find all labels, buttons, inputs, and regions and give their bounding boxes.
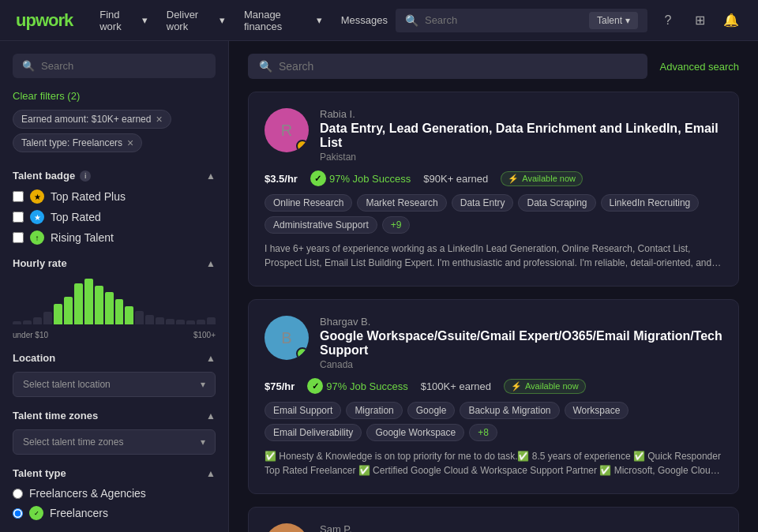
card-header: B Bhargav B. Google Workspace/Gsuite/Gma… (265, 316, 722, 370)
skill-tag[interactable]: Email Deliverability (265, 424, 362, 441)
timezones-chevron-icon: ▾ (201, 436, 205, 448)
timezones-select[interactable]: Select talent time zones ▾ (13, 429, 216, 455)
freelancer-rate: $3.5/hr (265, 173, 298, 185)
help-icon[interactable]: ? (657, 9, 679, 32)
freelancers-agencies-option[interactable]: Freelancers & Agencies (13, 487, 216, 500)
chart-bar-7[interactable] (84, 279, 93, 324)
chart-bar-8[interactable] (95, 286, 103, 324)
chart-bar-5[interactable] (64, 297, 73, 324)
remove-earned-filter[interactable]: × (156, 114, 162, 125)
clear-filters-button[interactable]: Clear filters (2) (13, 90, 80, 102)
chart-bar-14[interactable] (156, 317, 164, 324)
job-success-badge: ✓ 97% Job Success (307, 378, 407, 394)
chart-bar-16[interactable] (176, 320, 185, 324)
nav-find-work[interactable]: Find work ▾ (92, 4, 156, 37)
chart-bar-1[interactable] (23, 320, 32, 324)
rising-talent-option[interactable]: ↑ Rising Talent (13, 230, 216, 245)
skill-tag[interactable]: Online Research (265, 194, 352, 212)
nav-manage-finances[interactable]: Manage finances ▾ (236, 4, 330, 37)
chart-bar-3[interactable] (43, 312, 52, 324)
freelancer-title[interactable]: Data Entry, Lead Generation, Data Enrich… (320, 122, 722, 150)
bell-icon[interactable]: 🔔 (720, 9, 742, 32)
advanced-search-link[interactable]: Advanced search (660, 61, 739, 73)
chart-bar-0[interactable] (13, 321, 21, 324)
talent-badge-header: Talent badge i ▲ (13, 170, 216, 182)
avatar-badge-icon (296, 347, 309, 360)
talent-timezones-toggle[interactable]: ▲ (206, 410, 216, 421)
hourly-rate-toggle[interactable]: ▲ (206, 258, 216, 269)
talent-type-toggle[interactable]: ▲ (206, 468, 216, 479)
skill-tag[interactable]: Data Scraping (518, 194, 595, 212)
chart-bar-11[interactable] (125, 306, 133, 324)
freelancer-card-bhargav[interactable]: B Bhargav B. Google Workspace/Gsuite/Gma… (248, 299, 739, 494)
nav-deliver-work[interactable]: Deliver work ▾ (159, 4, 233, 37)
skill-tag[interactable]: Backup & Migration (460, 402, 559, 419)
grid-icon[interactable]: ⊞ (689, 9, 711, 32)
location-select[interactable]: Select talent location ▾ (13, 372, 216, 397)
card-info: Bhargav B. Google Workspace/Gsuite/Gmail… (320, 316, 722, 370)
chart-bar-10[interactable] (115, 299, 124, 324)
chart-bar-9[interactable] (105, 292, 114, 324)
talent-timezones-title: Talent time zones (13, 410, 98, 421)
freelancer-location: Canada (320, 359, 722, 370)
main-search-container: 🔍 (248, 54, 647, 79)
freelancer-name: Bhargav B. (320, 316, 722, 328)
chart-bar-2[interactable] (33, 317, 42, 324)
sidebar-search-input[interactable] (41, 60, 206, 72)
freelancer-card-sam[interactable]: S Sam P. Patent and Trademark Attorney U… (248, 507, 739, 532)
navbar-search-input[interactable] (425, 14, 583, 26)
nav-messages[interactable]: Messages (333, 4, 396, 37)
top-rated-option[interactable]: ★ Top Rated (13, 210, 216, 224)
remove-talent-type-filter[interactable]: × (127, 137, 133, 148)
skill-tag[interactable]: Market Research (357, 194, 446, 212)
skill-tag[interactable]: Workspace (565, 402, 629, 419)
talent-badge-title: Talent badge i (13, 170, 91, 182)
chart-bar-6[interactable] (74, 283, 83, 324)
skill-tag[interactable]: Email Support (265, 402, 341, 419)
freelancers-option[interactable]: ✓ Freelancers (13, 506, 216, 520)
talent-type-title: Talent type (13, 467, 66, 479)
top-rated-plus-checkbox[interactable] (13, 191, 24, 202)
hourly-rate-header: Hourly rate ▲ (13, 257, 216, 269)
main-search-input[interactable] (279, 60, 636, 73)
hourly-rate-section: Hourly rate ▲ under $10 $100+ (13, 257, 216, 339)
talent-type-filter-tag: Talent type: Freelancers × (13, 133, 142, 152)
main-layout: 🔍 Clear filters (2) Earned amount: $10K+… (0, 41, 758, 532)
skill-tag[interactable]: Data Entry (452, 194, 514, 212)
talent-badge-toggle[interactable]: ▲ (206, 170, 216, 182)
skill-tag[interactable]: Google (407, 402, 456, 419)
top-rated-checkbox[interactable] (13, 212, 24, 223)
location-toggle[interactable]: ▲ (206, 353, 216, 364)
skill-tag[interactable]: Google Workspace (366, 424, 464, 441)
earned-amount: $90K+ earned (423, 173, 488, 185)
chart-bar-13[interactable] (145, 315, 154, 324)
top-rated-plus-option[interactable]: ★ Top Rated Plus (13, 189, 216, 204)
skill-tag[interactable]: Administrative Support (265, 216, 377, 234)
skill-tag[interactable]: LinkedIn Recruiting (601, 194, 700, 212)
chart-bar-12[interactable] (135, 311, 144, 324)
freelancer-card-rabia[interactable]: R Rabia I. Data Entry, Lead Generation, … (248, 92, 739, 287)
rising-talent-checkbox[interactable] (13, 232, 24, 243)
freelancer-title[interactable]: Google Workspace/Gsuite/Gmail Expert/O36… (320, 329, 722, 358)
available-badge: ⚡ Available now (504, 379, 586, 394)
upwork-logo[interactable]: upwork (16, 10, 73, 31)
freelancers-radio[interactable] (13, 508, 23, 519)
freelancer-description: ✅ Honesty & Knowledge is on top priority… (265, 449, 722, 478)
top-rated-plus-icon: ★ (30, 189, 44, 204)
skill-tag[interactable]: Migration (346, 402, 402, 419)
main-search-icon: 🔍 (259, 60, 272, 73)
rising-talent-icon: ↑ (30, 230, 44, 245)
chart-bar-15[interactable] (166, 319, 174, 324)
freelancer-name: Sam P. (320, 523, 722, 532)
chart-bar-4[interactable] (54, 304, 62, 324)
hourly-rate-chart[interactable] (13, 277, 216, 324)
freelancers-agencies-radio[interactable] (13, 489, 23, 499)
chart-bar-19[interactable] (207, 317, 216, 324)
chart-bar-17[interactable] (186, 320, 195, 324)
lightning-icon: ⚡ (511, 381, 522, 392)
talent-badge-info-icon[interactable]: i (80, 170, 91, 182)
avatar: R (265, 108, 309, 152)
chart-bar-18[interactable] (197, 320, 205, 324)
talent-filter-badge[interactable]: Talent ▾ (589, 12, 638, 29)
card-stats: $3.5/hr ✓ 97% Job Success $90K+ earned ⚡… (265, 170, 722, 186)
